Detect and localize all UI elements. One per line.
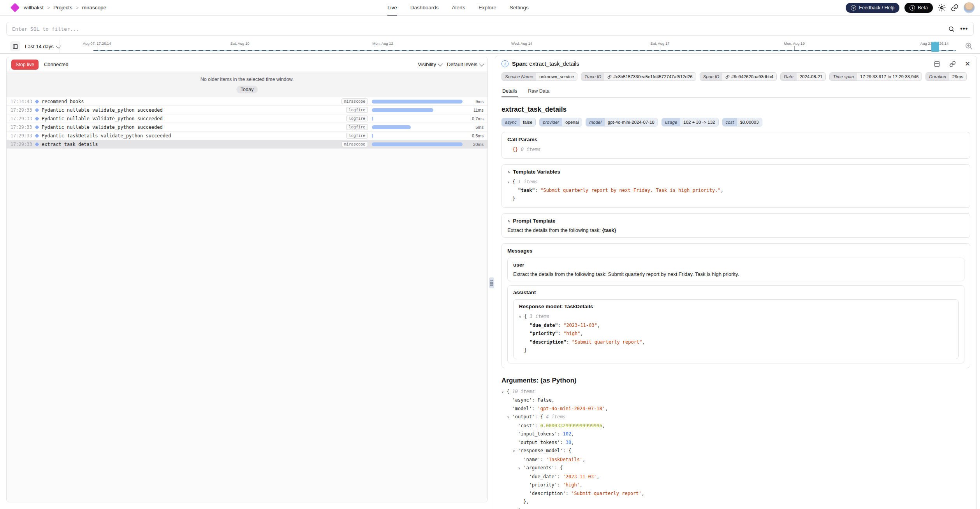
- span-name: Pydantic nullable validate_python succee…: [42, 116, 163, 121]
- day-divider-badge: Today: [236, 86, 258, 93]
- copy-link-icon[interactable]: [949, 61, 956, 67]
- nav-tab-alerts[interactable]: Alerts: [452, 0, 466, 16]
- close-icon[interactable]: ✕: [965, 61, 970, 67]
- code-line: ∨'response_model': {: [501, 447, 970, 456]
- span-row[interactable]: 17:29:33Pydantic nullable validate_pytho…: [7, 106, 487, 114]
- expand-chevron-icon[interactable]: ∨: [518, 464, 523, 473]
- call-params-json: {} 0 items: [507, 146, 964, 154]
- more-options-icon[interactable]: •••: [960, 25, 968, 32]
- span-time: 17:29:33: [11, 125, 35, 130]
- badge-value[interactable]: #c3b5157330ea5c1fd4572747af512d26: [604, 73, 695, 81]
- question-icon: ?: [851, 5, 856, 11]
- meta-badge-span-id: Span ID#9c942620aa93dbb4: [700, 72, 777, 81]
- chevron-down-icon: [479, 61, 484, 67]
- span-name: Pydantic TaskDetails validate_python suc…: [42, 133, 171, 139]
- span-diamond-icon: [35, 125, 39, 129]
- breadcrumb-projects[interactable]: Projects: [53, 5, 72, 11]
- duration-bar-track: [372, 100, 463, 104]
- timeline-ticks[interactable]: Aug 07, 17:26:14Sat, Aug 10Mon, Aug 12We…: [0, 39, 980, 53]
- expand-chevron-icon[interactable]: ∨: [513, 447, 518, 456]
- span-time: 17:29:33: [11, 142, 35, 147]
- beta-button[interactable]: i Beta: [904, 3, 933, 13]
- code-line: ∨{ 1 items: [507, 178, 964, 187]
- chevron-down-icon: [438, 61, 443, 67]
- expand-chevron-icon[interactable]: ∨: [519, 313, 524, 321]
- timeline-bar: Last 14 days Aug 07, 17:26:14Sat, Aug 10…: [0, 39, 980, 54]
- share-link-icon[interactable]: [951, 4, 959, 12]
- badge-label: Date: [781, 73, 796, 81]
- span-heading: extract_task_details: [501, 105, 970, 114]
- meta-badge-service-name: Service Nameunknown_service: [501, 72, 577, 81]
- span-row[interactable]: 17:29:33Pydantic nullable validate_pytho…: [7, 114, 487, 123]
- span-duration: 11ms: [463, 108, 484, 112]
- tab-details[interactable]: Details: [501, 86, 518, 97]
- meta-badge-time-span: Time span17:29:33.917 to 17:29:33.946: [829, 72, 922, 81]
- feedback-help-button[interactable]: ? Feedback / Help: [846, 3, 899, 13]
- badge-label: Time span: [830, 73, 857, 81]
- theme-toggle-icon[interactable]: [938, 4, 946, 12]
- nav-tab-live[interactable]: Live: [387, 0, 397, 16]
- duration-bar: [372, 117, 373, 121]
- meta-badge-duration: Duration29ms: [925, 72, 967, 81]
- span-name: recommend_books: [42, 99, 84, 104]
- assistant-role-label: assistant: [513, 290, 959, 295]
- badge-value[interactable]: #9c942620aa93dbb4: [722, 73, 776, 81]
- code-line: 'input_tokens': 102,: [501, 430, 970, 439]
- span-row[interactable]: 17:29:33Pydantic nullable validate_pytho…: [7, 123, 487, 132]
- span-time: 17:29:33: [11, 133, 35, 139]
- dock-panel-icon[interactable]: [934, 61, 940, 67]
- stop-live-button[interactable]: Stop live: [11, 60, 39, 70]
- timeline-tick-label: Sat, Aug 10: [230, 41, 249, 46]
- scope-badge: logfire: [346, 107, 368, 113]
- expand-chevron-icon[interactable]: ∨: [507, 178, 512, 187]
- sql-filter-bar[interactable]: Enter SQL to filter... •••: [6, 22, 974, 36]
- duration-bar-track: [372, 125, 463, 129]
- zoom-in-icon[interactable]: [964, 42, 973, 50]
- expand-chevron-icon[interactable]: ∨: [501, 388, 507, 397]
- badge-value: 17:29:33.917 to 17:29:33.946: [857, 73, 922, 81]
- code-line: 'model': 'gpt-4o-mini-2024-07-18',: [501, 405, 970, 413]
- default-levels-dropdown[interactable]: Default levels: [447, 61, 483, 67]
- span-row[interactable]: 17:14:43recommend_booksmirascope9ms: [7, 97, 487, 106]
- panel-resize-handle[interactable]: [489, 277, 494, 288]
- breadcrumb-project[interactable]: mirascope: [82, 5, 106, 11]
- breadcrumb-org[interactable]: willbakst: [24, 5, 44, 11]
- call-params-title: Call Params: [507, 137, 964, 142]
- duration-bar-track: [372, 108, 463, 112]
- response-model-title: Response model: TaskDetails: [519, 304, 953, 309]
- code-line: }: [507, 195, 964, 204]
- visibility-dropdown[interactable]: Visibility: [418, 61, 442, 67]
- template-variables-title[interactable]: ∧Template Variables: [507, 169, 964, 175]
- span-row[interactable]: 17:29:33Pydantic TaskDetails validate_py…: [7, 132, 487, 140]
- duration-bar: [372, 108, 433, 112]
- badge-label: async: [502, 118, 520, 126]
- user-avatar[interactable]: [964, 2, 975, 13]
- collapse-icon[interactable]: ∧: [507, 170, 510, 174]
- badge-value: 29ms: [949, 73, 966, 81]
- collapse-icon[interactable]: ∧: [507, 219, 510, 223]
- duration-bar-track: [372, 117, 463, 121]
- nav-tab-explore[interactable]: Explore: [479, 0, 496, 16]
- nav-tab-dashboards[interactable]: Dashboards: [410, 0, 439, 16]
- badge-label: provider: [540, 118, 562, 126]
- prompt-template-title[interactable]: ∧Prompt Template: [507, 218, 964, 224]
- breadcrumb-separator: >: [47, 5, 50, 11]
- timeline-track[interactable]: [93, 50, 956, 51]
- span-meta-badges: Service Nameunknown_serviceTrace ID#c3b5…: [501, 72, 970, 81]
- nav-tab-settings[interactable]: Settings: [510, 0, 529, 16]
- template-variables-json: ∨{ 1 items "task": "Submit quarterly rep…: [507, 178, 964, 204]
- span-kind-label: Span:: [512, 61, 528, 67]
- timeline-selection[interactable]: [931, 42, 939, 52]
- sql-filter-input[interactable]: Enter SQL to filter...: [12, 26, 943, 32]
- span-row[interactable]: 17:29:33extract_task_detailsmirascope30m…: [7, 140, 487, 149]
- badge-label: Trace ID: [581, 73, 604, 81]
- span-time: 17:29:33: [11, 107, 35, 113]
- expand-chevron-icon[interactable]: ∨: [507, 413, 512, 422]
- logfire-logo-icon[interactable]: [10, 3, 19, 12]
- search-icon[interactable]: [948, 26, 955, 32]
- badge-label: usage: [662, 118, 680, 126]
- tab-raw-data[interactable]: Raw Data: [527, 86, 550, 97]
- badge-label: model: [586, 118, 604, 126]
- feedback-help-label: Feedback / Help: [859, 5, 894, 11]
- code-line: 'priority': 'high',: [501, 481, 970, 490]
